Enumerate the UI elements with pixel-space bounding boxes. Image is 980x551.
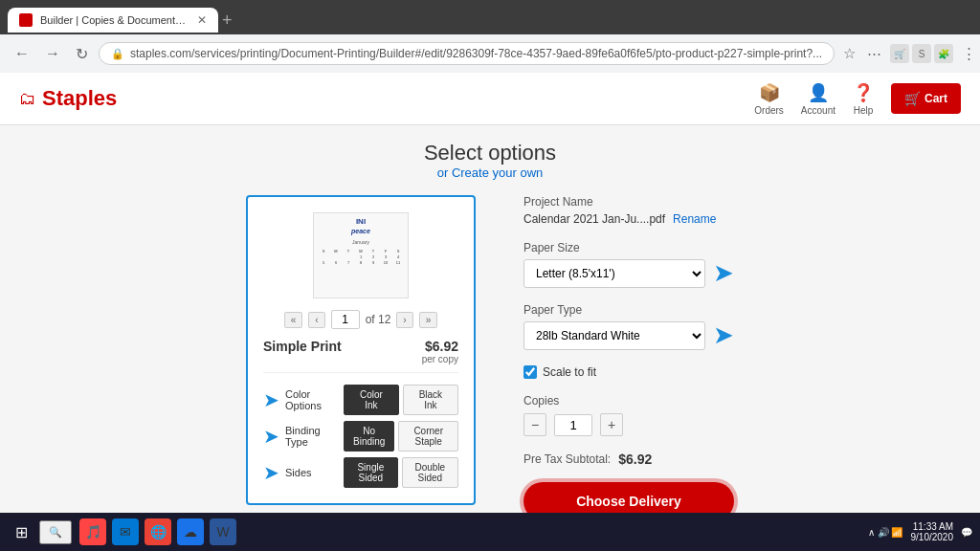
page-title-section: Select options or Create your own	[29, 141, 951, 180]
taskbar-icon-1[interactable]: 🎵	[79, 518, 106, 545]
color-option-buttons: Color Ink Black Ink	[344, 385, 458, 415]
ext-icon-1[interactable]: 🛒	[890, 44, 909, 63]
main-area: Select options or Create your own INIpea	[0, 125, 980, 513]
logo-text: Staples	[42, 86, 117, 111]
ext-icon-3[interactable]: 🧩	[934, 44, 953, 63]
paper-size-row: Letter (8.5'x11') Legal (8.5'x14') Tablo…	[523, 258, 734, 288]
corner-staple-button[interactable]: Corner Staple	[398, 421, 458, 452]
menu-button[interactable]: ⋮	[959, 43, 979, 64]
calendar-month: January	[352, 239, 369, 245]
copies-label: Copies	[523, 394, 734, 408]
notification-icon[interactable]: 💬	[961, 527, 972, 538]
scale-to-fit-label: Scale to fit	[543, 365, 596, 379]
paper-size-select[interactable]: Letter (8.5'x11') Legal (8.5'x14') Tablo…	[523, 259, 705, 288]
decrease-qty-button[interactable]: −	[523, 413, 546, 436]
color-options: Color Options Color Ink Black Ink	[285, 385, 458, 415]
product-name: Simple Print	[263, 339, 342, 354]
cal-cell: W	[355, 249, 367, 253]
taskbar: ⊞ 🔍 🎵 ✉ 🌐 ☁ W ∧ 🔊 📶 11:33 AM 9/10/2020 💬	[0, 513, 980, 551]
product-price: $6.92 per copy	[422, 339, 458, 364]
taskbar-icon-5[interactable]: W	[210, 518, 236, 545]
no-binding-button[interactable]: No Binding	[344, 421, 394, 452]
page-number-input[interactable]	[331, 310, 360, 329]
ext-icon-2[interactable]: S	[912, 44, 931, 63]
address-bar-row: ← → ↻ 🔒 staples.com/services/printing/Do…	[0, 34, 980, 73]
header-icons: 📦 Orders 👤 Account ❓ Help 🛒 Cart	[754, 82, 961, 116]
help-label: Help	[854, 105, 874, 116]
rename-link[interactable]: Rename	[673, 212, 716, 226]
cal-cell: S	[392, 249, 404, 253]
binding-type-row: ➤ Binding Type No Binding Corner Staple	[263, 421, 458, 452]
cal-cell: T	[343, 249, 354, 253]
single-sided-button[interactable]: Single Sided	[344, 457, 398, 488]
tab-title: Builder | Copies & Documents P...	[40, 14, 189, 26]
extensions-button[interactable]: ⋯	[864, 43, 884, 64]
color-ink-button[interactable]: Color Ink	[344, 385, 399, 415]
start-button[interactable]: ⊞	[8, 519, 35, 545]
cart-label: Cart	[924, 92, 947, 105]
project-name-label: Project Name	[523, 195, 734, 209]
back-button[interactable]: ←	[10, 43, 34, 64]
forward-button[interactable]: →	[40, 43, 65, 64]
double-sided-button[interactable]: Double Sided	[402, 457, 458, 488]
increase-qty-button[interactable]: +	[600, 413, 623, 436]
clock-time: 11:33 AM	[911, 521, 954, 532]
quantity-input[interactable]	[554, 414, 592, 436]
first-page-button[interactable]: «	[284, 312, 303, 328]
product-info: Simple Print $6.92 per copy	[263, 339, 458, 373]
account-nav[interactable]: 👤 Account	[801, 82, 835, 116]
active-tab[interactable]: Builder | Copies & Documents P... ✕	[8, 8, 218, 33]
sides-label: Sides	[285, 467, 338, 478]
scale-to-fit-checkbox[interactable]	[523, 365, 537, 379]
next-page-button[interactable]: ›	[396, 312, 412, 328]
cal-cell: F	[380, 249, 391, 253]
binding-arrow-icon: ➤	[263, 425, 279, 448]
black-ink-button[interactable]: Black Ink	[403, 385, 458, 415]
paper-type-select[interactable]: 28lb Standard White 32lb Premium White C…	[523, 321, 705, 350]
account-label: Account	[801, 105, 835, 116]
binding-type-label: Binding Type	[285, 425, 338, 448]
subtotal-row: Pre Tax Subtotal: $6.92	[523, 452, 734, 467]
copies-group: Copies − +	[523, 394, 734, 436]
price-value: $6.92	[422, 339, 458, 354]
sides-row: ➤ Sides Single Sided Double Sided	[263, 457, 458, 488]
search-button[interactable]: 🔍	[39, 520, 72, 544]
subtotal-label: Pre Tax Subtotal:	[523, 452, 611, 466]
tab-favicon	[19, 13, 33, 27]
tab-close-button[interactable]: ✕	[197, 13, 207, 27]
tab-bar: Builder | Copies & Documents P... ✕ +	[0, 0, 980, 34]
system-tray: ∧ 🔊 📶	[868, 527, 903, 538]
subtotal-value: $6.92	[618, 452, 652, 467]
preview-image-area: INIpeace January S M T W T F S	[263, 212, 458, 298]
bookmark-button[interactable]: ☆	[840, 43, 858, 64]
binding-options: Binding Type No Binding Corner Staple	[285, 421, 458, 452]
secure-icon: 🔒	[111, 48, 124, 60]
cart-button[interactable]: 🛒 Cart	[891, 83, 961, 114]
orders-icon: 📦	[759, 82, 780, 103]
help-nav[interactable]: ❓ Help	[853, 82, 874, 116]
options-panel: Project Name Calendar 2021 Jan-Ju....pdf…	[523, 195, 734, 513]
orders-nav[interactable]: 📦 Orders	[754, 82, 784, 116]
prev-page-button[interactable]: ‹	[308, 312, 324, 328]
address-bar[interactable]: 🔒 staples.com/services/printing/Document…	[99, 42, 835, 65]
taskbar-icon-2[interactable]: ✉	[112, 518, 139, 545]
taskbar-icon-3[interactable]: 🌐	[145, 518, 171, 545]
price-per: per copy	[422, 354, 458, 364]
page-content: 🗂 Staples 📦 Orders 👤 Account ❓ Help 🛒	[0, 73, 980, 513]
content-wrapper: INIpeace January S M T W T F S	[29, 195, 951, 513]
quantity-row: − +	[523, 413, 734, 436]
url-text: staples.com/services/printing/Document-P…	[130, 47, 822, 60]
taskbar-icon-4[interactable]: ☁	[177, 518, 204, 545]
sides-option-buttons: Single Sided Double Sided	[344, 457, 458, 488]
create-own-link[interactable]: or Create your own	[437, 165, 544, 180]
last-page-button[interactable]: »	[419, 312, 438, 328]
paper-size-group: Paper Size Letter (8.5'x11') Legal (8.5'…	[523, 241, 734, 288]
paper-type-label: Paper Type	[523, 303, 734, 317]
reload-button[interactable]: ↻	[71, 43, 93, 65]
choose-delivery-button[interactable]: Choose Delivery	[523, 482, 734, 513]
taskbar-app-icons: 🎵 ✉ 🌐 ☁ W	[79, 518, 236, 545]
new-tab-button[interactable]: +	[222, 11, 233, 29]
paper-type-group: Paper Type 28lb Standard White 32lb Prem…	[523, 303, 734, 350]
logo-icon: 🗂	[19, 89, 36, 109]
orders-label: Orders	[754, 105, 784, 116]
